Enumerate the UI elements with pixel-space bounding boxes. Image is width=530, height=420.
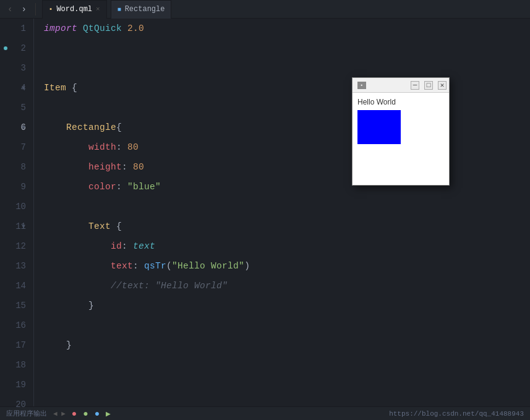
code-line-4: Item { <box>44 78 530 98</box>
preview-blue-rectangle <box>357 110 401 144</box>
preview-window: ▪ ─ □ ✕ Hello World <box>352 77 450 186</box>
brace-open-item: { <box>66 83 77 93</box>
colon-12: : <box>122 241 133 251</box>
space1 <box>77 24 83 33</box>
preview-hello-text: Hello World <box>357 98 444 106</box>
keyword-qtquick: QtQuick <box>83 24 122 33</box>
title-bar: ‹ › ▪ Word.qml × ■ Rectangle <box>0 0 530 19</box>
code-line-13: text : qsTr ( "Hello World" ) <box>44 256 530 276</box>
nav-back-btn[interactable]: ‹ <box>5 4 15 14</box>
line-12: 12 <box>0 236 33 256</box>
line-4: ▼ 4 <box>0 78 33 98</box>
paren-open: ( <box>166 261 172 271</box>
editor-container: 1 2 3 ▼ 4 5 ▼ 6 7 8 9 10 ▼ 11 12 13 14 1… <box>0 19 530 406</box>
tab-rectangle[interactable]: ■ Rectangle <box>111 0 172 19</box>
line-16: 16 <box>0 315 33 335</box>
tab-rectangle-label: Rectangle <box>125 5 165 14</box>
line-14: 14 <box>0 276 33 296</box>
colon-8: : <box>122 162 133 172</box>
code-line-3 <box>44 58 530 78</box>
code-line-20 <box>44 395 530 406</box>
status-nav-icons[interactable]: ◀ ▶ <box>53 409 66 418</box>
preview-close-btn[interactable]: ✕ <box>438 81 447 90</box>
fold-arrow-4[interactable]: ▼ <box>22 85 25 92</box>
line-8: 8 <box>0 157 33 177</box>
line-5: 5 <box>0 98 33 118</box>
colon-9: : <box>116 182 127 192</box>
code-line-17: } <box>44 335 530 355</box>
code-line-15: } <box>44 296 530 315</box>
indent-13 <box>44 261 111 271</box>
status-dot-blue: ● <box>95 409 100 419</box>
nav-forward-btn[interactable]: › <box>19 4 28 14</box>
line-3: 3 <box>0 58 33 78</box>
space2 <box>122 24 127 33</box>
indent-11 <box>44 221 88 231</box>
status-bar: 应用程序输出 ◀ ▶ ● ● ● ▶ https://blog.csdn.net… <box>0 406 530 420</box>
line-11: ▼ 11 <box>0 216 33 236</box>
prop-id: id <box>111 241 122 251</box>
line-19: 19 <box>0 375 33 395</box>
status-dot-red: ● <box>72 409 77 419</box>
indent-9 <box>44 182 88 192</box>
indent-7 <box>44 142 88 152</box>
brace-open-text: { <box>111 221 122 231</box>
prop-text: text <box>111 261 133 271</box>
line-9: 9 <box>0 177 33 197</box>
keyword-text: Text <box>88 221 111 231</box>
line-6: ▼ 6 <box>0 118 33 137</box>
line-15: 15 <box>0 296 33 315</box>
preview-minimize-btn[interactable]: ─ <box>411 81 419 90</box>
comment-line: //text: "Hello World" <box>44 281 228 291</box>
fold-arrow-6[interactable]: ▼ <box>22 124 25 131</box>
prop-width: width <box>88 142 116 152</box>
code-line-18 <box>44 355 530 375</box>
keyword-item: Item <box>44 83 66 93</box>
code-line-16 <box>44 315 530 335</box>
line-1: 1 <box>0 19 33 38</box>
code-line-5 <box>44 98 530 118</box>
indent-17 <box>44 340 66 350</box>
keyword-import: import <box>44 24 77 33</box>
status-dot-green: ● <box>83 409 88 419</box>
code-line-14: //text: "Hello World" <box>44 276 530 296</box>
code-line-7: width : 80 <box>44 137 530 157</box>
fold-arrow-11[interactable]: ▼ <box>22 223 25 230</box>
prop-color: color <box>88 182 116 192</box>
val-height: 80 <box>133 162 144 172</box>
preview-titlebar: ▪ ─ □ ✕ <box>353 78 449 93</box>
prop-height: height <box>88 162 122 172</box>
line-20: 20 <box>0 395 33 414</box>
preview-app-icon: ▪ <box>357 82 366 89</box>
tab-separator <box>35 3 36 15</box>
line-13: 13 <box>0 256 33 276</box>
code-line-11: Text { <box>44 216 530 236</box>
brace-close-text: } <box>88 301 94 311</box>
indent-8 <box>44 162 88 172</box>
code-line-1: import QtQuick 2.0 <box>44 19 530 38</box>
rect-tab-icon: ■ <box>118 6 121 13</box>
line-2: 2 <box>0 38 33 58</box>
brace-close-rect: } <box>66 340 72 350</box>
colon-13: : <box>133 261 144 271</box>
line-17: 17 <box>0 335 33 355</box>
colon-7: : <box>116 142 127 152</box>
qml-file-icon: ▪ <box>49 6 53 13</box>
func-qstr: qsTr <box>144 261 166 271</box>
line-18: 18 <box>0 355 33 375</box>
tab-word-qml[interactable]: ▪ Word.qml × <box>42 0 107 19</box>
code-line-9: color : "blue" <box>44 177 530 197</box>
indent-6 <box>44 122 66 132</box>
status-url: https://blog.csdn.net/qq_41488943 <box>389 410 524 418</box>
tab-word-qml-label: Word.qml <box>56 5 92 14</box>
line-10: 10 <box>0 197 33 216</box>
tab-word-qml-close[interactable]: × <box>96 6 100 13</box>
version-number: 2.0 <box>127 24 144 33</box>
preview-restore-btn[interactable]: □ <box>424 81 433 90</box>
val-width: 80 <box>127 142 139 152</box>
status-play-btn[interactable]: ▶ <box>106 409 111 419</box>
code-line-12: id : text <box>44 236 530 256</box>
line-7: 7 <box>0 137 33 157</box>
val-hello: "Hello World" <box>172 261 244 271</box>
code-area[interactable]: import QtQuick 2.0 Item { Rectangle { <box>34 19 530 406</box>
